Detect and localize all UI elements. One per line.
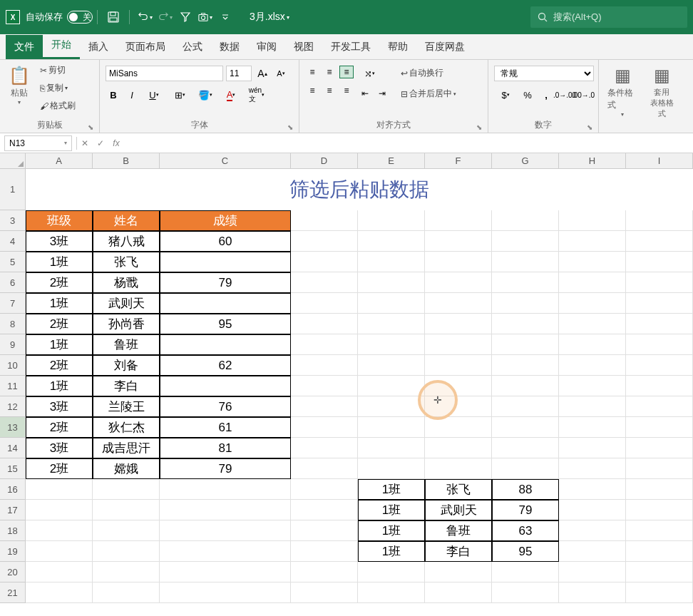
cell[interactable] <box>358 396 425 417</box>
cell[interactable] <box>160 479 291 500</box>
row-header[interactable]: 21 <box>0 582 26 603</box>
tab-baidu[interactable]: 百度网盘 <box>416 35 473 59</box>
cell[interactable] <box>492 355 559 376</box>
cell[interactable] <box>626 210 693 231</box>
row-header[interactable]: 4 <box>0 231 26 252</box>
table-cell[interactable]: 1班 <box>26 376 93 396</box>
cell[interactable] <box>626 520 693 541</box>
table-cell[interactable]: 76 <box>160 396 291 417</box>
table-cell[interactable]: 1班 <box>26 334 93 355</box>
phonetic-button[interactable]: wén文▾ <box>245 87 268 103</box>
cell[interactable] <box>358 438 425 458</box>
cell[interactable] <box>425 376 492 396</box>
row-header[interactable]: 8 <box>0 314 26 334</box>
table-cell[interactable]: 88 <box>492 479 559 500</box>
format-painter-button[interactable]: 🖌格式刷 <box>37 98 78 113</box>
row-header[interactable]: 20 <box>0 562 26 582</box>
cell[interactable] <box>492 417 559 438</box>
table-cell[interactable]: 62 <box>160 355 291 376</box>
cell[interactable] <box>93 541 160 562</box>
row-header[interactable]: 18 <box>0 520 26 541</box>
cell[interactable] <box>291 355 358 376</box>
cell[interactable] <box>425 562 492 582</box>
cell[interactable] <box>626 252 693 272</box>
cell[interactable] <box>358 458 425 479</box>
tab-view[interactable]: 视图 <box>285 35 322 59</box>
cell[interactable] <box>358 562 425 582</box>
table-cell[interactable]: 兰陵王 <box>93 396 160 417</box>
table-cell[interactable]: 鲁班 <box>93 334 160 355</box>
tab-help[interactable]: 帮助 <box>379 35 416 59</box>
increase-decimal-icon[interactable]: .0→.00 <box>557 87 573 103</box>
currency-button[interactable]: $▾ <box>494 87 517 103</box>
cell[interactable] <box>492 252 559 272</box>
row-header[interactable]: 10 <box>0 355 26 376</box>
row-header[interactable]: 6 <box>0 272 26 293</box>
col-header-B[interactable]: B <box>93 153 160 169</box>
cell[interactable] <box>626 417 693 438</box>
fx-icon[interactable]: fx <box>108 135 124 151</box>
col-header-E[interactable]: E <box>358 153 425 169</box>
cell[interactable] <box>559 355 626 376</box>
cell[interactable] <box>492 396 559 417</box>
tab-home[interactable]: 开始 <box>43 33 80 59</box>
cell[interactable] <box>26 520 93 541</box>
alignment-launcher[interactable]: ⬊ <box>476 123 482 131</box>
col-header-H[interactable]: H <box>559 153 626 169</box>
row-header[interactable]: 7 <box>0 293 26 314</box>
tab-insert[interactable]: 插入 <box>80 35 117 59</box>
table-cell[interactable]: 2班 <box>26 458 93 479</box>
cell[interactable] <box>626 293 693 314</box>
cell[interactable] <box>492 231 559 252</box>
table-cell[interactable]: 武则天 <box>425 500 492 520</box>
cell[interactable] <box>291 541 358 562</box>
tab-page-layout[interactable]: 页面布局 <box>117 35 174 59</box>
table-cell[interactable]: 61 <box>160 417 291 438</box>
cell[interactable] <box>26 562 93 582</box>
cell[interactable] <box>26 479 93 500</box>
font-size-select[interactable] <box>226 66 252 81</box>
cell[interactable] <box>291 562 358 582</box>
filename[interactable]: 3月.xlsx ▾ <box>250 11 289 24</box>
formula-input[interactable] <box>124 135 693 151</box>
cell[interactable] <box>160 582 291 603</box>
decrease-decimal-icon[interactable]: .00→.0 <box>575 87 591 103</box>
cell[interactable] <box>291 210 358 231</box>
cell[interactable] <box>626 355 693 376</box>
align-middle-icon[interactable]: ≡ <box>322 66 337 78</box>
border-button[interactable]: ⊞▾ <box>168 87 191 103</box>
undo-icon[interactable]: ▾ <box>138 10 153 24</box>
paste-button[interactable]: 📋 粘贴 ▾ <box>6 63 33 108</box>
cell[interactable] <box>93 479 160 500</box>
cell[interactable] <box>559 582 626 603</box>
filter-icon[interactable] <box>178 10 192 24</box>
table-cell[interactable] <box>160 293 291 314</box>
cell[interactable] <box>559 500 626 520</box>
cell[interactable] <box>26 582 93 603</box>
font-name-select[interactable] <box>106 66 223 81</box>
table-cell[interactable]: 成吉思汗 <box>93 438 160 458</box>
fill-color-button[interactable]: 🪣▾ <box>194 87 217 103</box>
cell[interactable] <box>492 210 559 231</box>
cell[interactable] <box>358 376 425 396</box>
cell[interactable] <box>559 293 626 314</box>
cancel-formula-icon[interactable]: ✕ <box>77 135 93 151</box>
cell[interactable] <box>291 376 358 396</box>
cell[interactable] <box>559 210 626 231</box>
table-cell[interactable]: 孙尚香 <box>93 314 160 334</box>
comma-button[interactable]: , <box>538 87 554 103</box>
table-cell[interactable]: 李白 <box>425 541 492 562</box>
cell[interactable] <box>425 582 492 603</box>
table-cell[interactable]: 3班 <box>26 396 93 417</box>
bold-button[interactable]: B <box>106 87 121 103</box>
table-cell[interactable]: 刘备 <box>93 355 160 376</box>
row-header[interactable]: 1 <box>0 169 26 210</box>
cell[interactable] <box>626 562 693 582</box>
table-cell[interactable]: 3班 <box>26 231 93 252</box>
cell[interactable] <box>492 376 559 396</box>
table-cell[interactable]: 3班 <box>26 438 93 458</box>
cell[interactable] <box>425 210 492 231</box>
number-format-select[interactable]: 常规 <box>494 66 594 81</box>
cell[interactable] <box>425 458 492 479</box>
table-cell[interactable]: 鲁班 <box>425 520 492 541</box>
